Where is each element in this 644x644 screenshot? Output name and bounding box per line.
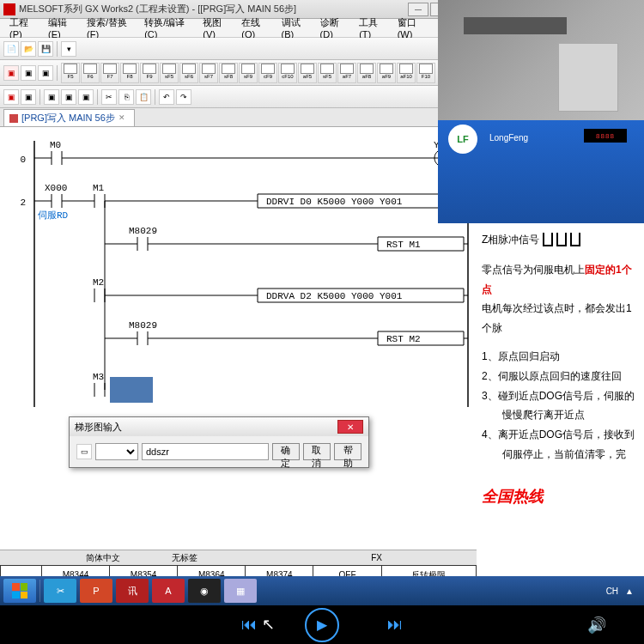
brand-label: LongFeng <box>489 133 528 143</box>
pulse-icon <box>570 233 580 246</box>
fkey-F7[interactable]: F7 <box>100 63 119 83</box>
toolbar-main: 📄 📂 💾 ▾ <box>0 38 477 60</box>
tray-up-icon[interactable]: ▲ <box>625 586 634 596</box>
fkey-aF10[interactable]: aF10 <box>397 63 416 83</box>
step-number: 2 <box>20 197 26 208</box>
dialog-close-button[interactable]: ✕ <box>337 420 363 434</box>
tool-button[interactable]: ▣ <box>21 89 36 105</box>
edit-cursor <box>110 377 153 403</box>
fkey-sF5[interactable]: sF5 <box>318 63 337 83</box>
symbol-select[interactable] <box>95 443 138 460</box>
webcam-overlay: LF LongFeng 8888 <box>438 0 644 223</box>
dropdown-icon[interactable]: ▾ <box>61 41 76 57</box>
taskbar-pdf[interactable]: A <box>152 579 185 603</box>
fkey-aF5[interactable]: aF5 <box>298 63 317 83</box>
tool-button[interactable]: ▣ <box>44 89 59 105</box>
windows-logo-icon <box>12 583 27 598</box>
instruction: RST M1 <box>386 240 421 250</box>
fkey-cF9[interactable]: cF9 <box>258 63 277 83</box>
contact-label: M8029 <box>129 320 157 331</box>
contact-label: M1 <box>93 183 105 193</box>
ladder-editor[interactable]: 0 M0 Y002 2 X000 伺服RD M1 DDRVI D0 K5000 … <box>0 127 477 550</box>
start-button[interactable] <box>3 579 36 603</box>
volume-button[interactable]: 🔊 <box>584 612 610 638</box>
contact-label: M2 <box>93 277 104 288</box>
window-title: MELSOFT系列 GX Works2 (工程未设置) - [[PRG]写入 M… <box>19 3 408 15</box>
status-tag: 无标签 <box>172 552 197 564</box>
cut-button[interactable]: ✂ <box>101 89 117 105</box>
dialog-titlebar[interactable]: 梯形图输入 ✕ <box>70 417 368 436</box>
video-controls: ⏮ ▶ ⏭ 🔊 <box>0 605 644 644</box>
save-button[interactable]: 💾 <box>38 41 53 57</box>
copy-button[interactable]: ⎘ <box>118 89 134 105</box>
tool-button[interactable]: ▣ <box>38 65 53 81</box>
taskbar-app1[interactable]: 讯 <box>116 579 149 603</box>
led-display: 8888 <box>584 129 627 143</box>
ok-button[interactable]: 确定 <box>272 443 300 460</box>
menubar: 工程(P) 编辑(E) 搜索/替换(F) 转换/编译(C) 视图(V) 在线(O… <box>0 19 477 38</box>
pulse-icon <box>543 233 553 246</box>
contact-label: M8029 <box>129 226 157 236</box>
redo-button[interactable]: ↷ <box>176 89 191 105</box>
fkey-sF5[interactable]: sF5 <box>160 63 179 83</box>
fkey-sF9[interactable]: sF9 <box>239 63 258 83</box>
contact-label: M3 <box>93 372 104 382</box>
comment-label: 伺服RD <box>38 210 69 221</box>
fkey-sF8[interactable]: sF8 <box>219 63 238 83</box>
fkey-aF9[interactable]: aF9 <box>377 63 396 83</box>
ladder-input-dialog: 梯形图输入 ✕ ▭ 确定 取消 帮助 <box>69 416 369 468</box>
instruction-input[interactable] <box>142 443 269 460</box>
fkey-sF6[interactable]: sF6 <box>179 63 198 83</box>
status-lang: 简体中文 <box>86 552 120 564</box>
tool-button[interactable]: ▣ <box>78 89 94 105</box>
fkey-cF10[interactable]: cF10 <box>278 63 297 83</box>
paste-button[interactable]: 📋 <box>136 89 151 105</box>
instruction: DDRVI D0 K5000 Y000 Y001 <box>266 197 403 207</box>
next-button[interactable]: ⏭ <box>382 612 408 638</box>
tool-button[interactable]: ▣ <box>21 65 36 81</box>
play-button[interactable]: ▶ <box>305 608 339 642</box>
dialog-title: 梯形图输入 <box>75 421 122 434</box>
instruction: RST M2 <box>386 334 421 344</box>
taskbar-gx[interactable]: ▦ <box>224 579 257 603</box>
fkey-aF7[interactable]: aF7 <box>337 63 356 83</box>
new-button[interactable]: 📄 <box>3 41 19 57</box>
taskbar-snip[interactable]: ✂ <box>44 579 76 603</box>
toolbar-edit: ▣ ▣ ▣ ▣ ▣ ✂ ⎘ 📋 ↶ ↷ <box>0 86 477 108</box>
fkey-sF7[interactable]: sF7 <box>199 63 218 83</box>
symbol-icon[interactable]: ▭ <box>76 444 92 459</box>
toolbar-fkeys: ▣ ▣ ▣ F5F6F7F8F9sF5sF6sF7sF8sF9cF9cF10aF… <box>0 60 477 86</box>
pulse-icon <box>556 233 567 246</box>
instruction: DDRVA D2 K5000 Y000 Y001 <box>266 291 403 301</box>
ime-indicator[interactable]: CH <box>606 586 618 596</box>
tab-close-button[interactable]: ✕ <box>118 113 129 124</box>
step-number: 0 <box>20 155 26 165</box>
contact-label: X000 <box>45 183 67 193</box>
tool-button[interactable]: ▣ <box>61 89 76 105</box>
contact-label: M0 <box>50 140 61 150</box>
fkey-F8[interactable]: F8 <box>120 63 139 83</box>
fkey-F9[interactable]: F9 <box>140 63 159 83</box>
taskbar-ppt[interactable]: P <box>80 579 112 603</box>
tool-button[interactable]: ▣ <box>3 89 19 105</box>
tab-main-prg[interactable]: [PRG]写入 MAIN 56步 ✕ <box>3 109 135 126</box>
brand-logo: LF <box>448 125 477 154</box>
fkey-aF8[interactable]: aF8 <box>357 63 376 83</box>
compile-button[interactable]: ▣ <box>3 65 19 81</box>
notes-panel: Z相脉冲信号 零点信号为伺服电机上固定的1个点 电机每次经过该点时，都会发出1个… <box>477 223 644 584</box>
document-tabs: [PRG]写入 MAIN 56步 ✕ <box>0 108 477 127</box>
fkey-F10[interactable]: F10 <box>416 63 435 83</box>
system-tray[interactable]: CH ▲ <box>606 586 641 596</box>
open-button[interactable]: 📂 <box>21 41 36 57</box>
fkey-F5[interactable]: F5 <box>61 63 80 83</box>
tab-label: [PRG]写入 MAIN 56步 <box>21 112 115 125</box>
app-icon <box>3 3 15 15</box>
prev-button[interactable]: ⏮ <box>236 612 262 638</box>
help-button[interactable]: 帮助 <box>334 443 361 460</box>
taskbar-cam[interactable]: ◉ <box>188 579 221 603</box>
hotline-text: 全国热线 <box>482 482 639 511</box>
windows-taskbar: ✂P讯A◉▦ CH ▲ <box>0 576 644 605</box>
undo-button[interactable]: ↶ <box>159 89 174 105</box>
cancel-button[interactable]: 取消 <box>303 443 331 460</box>
fkey-F6[interactable]: F6 <box>81 63 100 83</box>
